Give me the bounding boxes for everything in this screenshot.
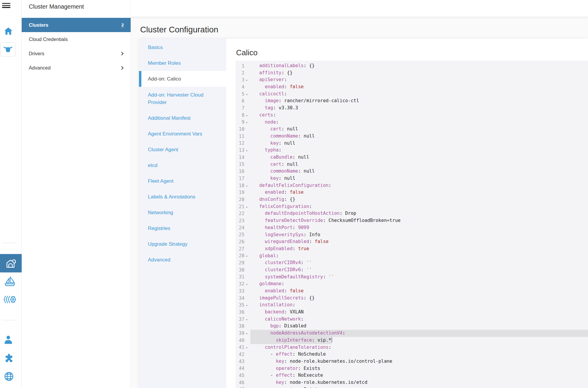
code-text[interactable]: certs:	[250, 112, 588, 119]
code-text[interactable]: affinity: {}	[250, 70, 588, 77]
tab-label: Additional Manifest	[148, 114, 191, 122]
fleet-hex-icon[interactable]	[3, 295, 16, 304]
rancher-steer-icon[interactable]	[0, 42, 15, 56]
code-text[interactable]: bgp: Disabled	[250, 323, 588, 330]
fold-arrow-icon[interactable]: ▾	[244, 92, 249, 96]
code-text[interactable]: calicoNetwork:	[250, 316, 588, 323]
code-text[interactable]: node:	[250, 119, 588, 126]
code-text[interactable]: featureDetectOverride: ChecksumOffloadBr…	[250, 217, 588, 224]
home-icon[interactable]	[4, 27, 13, 35]
code-text[interactable]: felixConfiguration:	[250, 203, 588, 210]
line-number: 22	[235, 211, 244, 216]
menu-icon[interactable]	[2, 3, 10, 8]
chevron-right-icon	[120, 52, 124, 56]
tab-labels-annotations[interactable]: Labels & Annotations	[139, 189, 226, 205]
fold-arrow-icon[interactable]: ▾	[244, 78, 249, 82]
fold-arrow-icon[interactable]: ▾	[244, 149, 249, 152]
tab-upgrade-strategy[interactable]: Upgrade Strategy	[139, 236, 226, 252]
virtualization-barn-icon[interactable]	[0, 254, 22, 272]
code-text[interactable]: xdpEnabled: true	[250, 245, 588, 253]
yaml-editor[interactable]: 1additionalLabels: {}2affinity: {}3▾apiS…	[235, 61, 588, 388]
fold-spacer	[244, 87, 249, 87]
users-icon[interactable]	[4, 335, 13, 344]
fold-arrow-icon[interactable]: ▾	[244, 318, 249, 321]
code-line: 21▾felixConfiguration:	[235, 203, 588, 210]
tab-member-roles[interactable]: Member Roles	[139, 55, 226, 71]
fold-arrow-icon[interactable]: ▾	[244, 282, 249, 286]
code-text[interactable]: typha:	[250, 147, 588, 154]
code-text[interactable]: systemDefaultRegistry: ''	[250, 274, 588, 281]
tab-fleet-agent[interactable]: Fleet Agent	[139, 173, 226, 189]
code-text[interactable]: enabled: false	[250, 83, 588, 91]
tab-advanced[interactable]: Advanced	[139, 252, 226, 268]
sidenav-item-advanced[interactable]: Advanced	[22, 61, 131, 75]
line-number: 11	[235, 134, 244, 139]
line-number: 17	[235, 176, 244, 181]
code-text[interactable]: - effect: NoExecute	[250, 372, 588, 379]
fold-arrow-icon[interactable]: ▾	[244, 120, 249, 124]
sailboat-cluster-icon[interactable]	[4, 276, 16, 287]
line-number: 15	[235, 162, 244, 167]
tab-cluster-agent[interactable]: Cluster Agent	[139, 142, 226, 157]
code-text[interactable]: goldmane:	[250, 280, 588, 288]
code-text[interactable]: calicoctl:	[250, 91, 588, 98]
fold-arrow-icon[interactable]: ▾	[244, 254, 249, 258]
code-text[interactable]: caBundle: null	[250, 154, 588, 161]
code-text[interactable]: additionalLabels: {}	[250, 62, 588, 70]
code-text[interactable]: commonName: null	[250, 168, 588, 175]
code-text[interactable]: clusterCIDRv4: ''	[250, 259, 588, 266]
code-text[interactable]: enabled: false	[250, 288, 588, 295]
tab-agent-environment-vars[interactable]: Agent Environment Vars	[139, 126, 226, 142]
code-text[interactable]: dnsConfig: {}	[250, 196, 588, 203]
code-text[interactable]: image: rancher/mirrored-calico-ctl	[250, 97, 588, 105]
code-text[interactable]: logSeveritySys: Info	[250, 231, 588, 239]
code-text[interactable]: commonName: null	[250, 133, 588, 140]
tab-networking[interactable]: Networking	[139, 205, 226, 220]
code-text[interactable]: - effect: NoSchedule	[250, 351, 588, 358]
tab-label: Fleet Agent	[148, 177, 173, 185]
code-text[interactable]: tag: v3.30.3	[250, 105, 588, 112]
code-text[interactable]: controlPlaneTolerations:	[250, 344, 588, 351]
fold-spacer	[244, 228, 249, 228]
code-text[interactable]: skipInterface: vip.*	[250, 337, 588, 344]
fold-arrow-icon[interactable]: ▾	[244, 184, 249, 187]
tab-add-on-harvester-cloud-provider[interactable]: Add-on: Harvester Cloud Provider	[139, 87, 226, 110]
code-text[interactable]: defaultFelixConfiguration:	[250, 182, 588, 189]
code-text[interactable]: key: node-role.kubernetes.io/control-pla…	[250, 358, 588, 365]
code-text[interactable]: key: null	[250, 175, 588, 182]
fold-arrow-icon[interactable]: ▾	[244, 346, 249, 349]
code-text[interactable]: imagePullSecrets: {}	[250, 295, 588, 302]
code-text[interactable]: cert: null	[250, 126, 588, 133]
tab-registries[interactable]: Registries	[139, 220, 226, 236]
fold-arrow-icon[interactable]: ▾	[244, 332, 249, 335]
tab-label: Agent Environment Vars	[148, 130, 202, 138]
line-number: 6	[235, 98, 244, 104]
fold-arrow-icon[interactable]: ▾	[244, 303, 249, 307]
code-text[interactable]: defaultEndpointToHostAction: Drop	[250, 210, 588, 217]
code-text[interactable]: apiServer:	[250, 76, 588, 83]
code-text[interactable]: global:	[250, 253, 588, 260]
extensions-puzzle-icon[interactable]	[4, 354, 14, 363]
code-text[interactable]: clusterCIDRv6: ''	[250, 266, 588, 274]
code-text[interactable]: operator: Exists	[250, 365, 588, 372]
tab-additional-manifest[interactable]: Additional Manifest	[139, 110, 226, 126]
sidenav-item-cloud-credentials[interactable]: Cloud Credentials	[22, 32, 131, 46]
tab-etcd[interactable]: etcd	[139, 157, 226, 173]
tab-basics[interactable]: Basics	[139, 40, 226, 55]
code-text[interactable]: healthPort: 9099	[250, 224, 588, 231]
code-text[interactable]: key: node-role.kubernetes.io/etcd	[250, 379, 588, 386]
code-text[interactable]: wireguardEnabled: false	[250, 238, 588, 245]
code-text[interactable]: key: null	[250, 140, 588, 147]
code-text[interactable]: cert: null	[250, 161, 588, 168]
code-text[interactable]: enabled: false	[250, 189, 588, 196]
code-text[interactable]: backend: VXLAN	[250, 309, 588, 316]
code-text[interactable]: operator: Exists	[250, 386, 588, 388]
sidenav-item-clusters[interactable]: Clusters2	[22, 18, 131, 32]
tab-add-on-calico[interactable]: Add-on: Calico	[139, 71, 226, 87]
sidenav-item-drivers[interactable]: Drivers	[22, 46, 131, 61]
code-text[interactable]: installation:	[250, 302, 588, 309]
support-globe-icon[interactable]	[4, 371, 14, 381]
fold-arrow-icon[interactable]: ▾	[244, 113, 249, 117]
fold-arrow-icon[interactable]: ▾	[244, 205, 249, 209]
code-text[interactable]: nodeAddressAutodetectionV4:	[250, 330, 588, 337]
